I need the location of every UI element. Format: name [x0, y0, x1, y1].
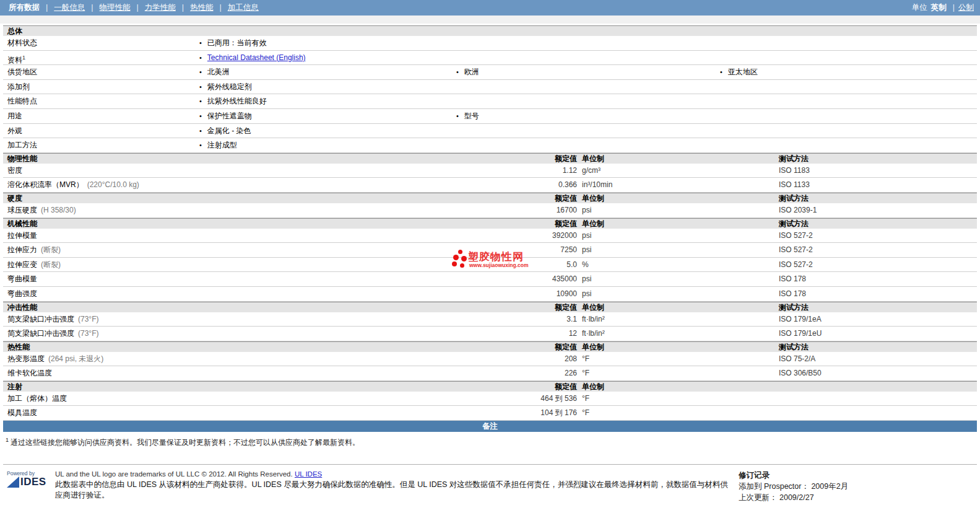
property-test-method: ISO 1133 [779, 178, 810, 192]
footer-trademark-line: UL and the UL logo are trademarks of UL … [55, 470, 729, 478]
property-condition: (断裂) [41, 260, 61, 269]
bullet-value: •Technical Datasheet (English) [199, 51, 306, 65]
col-header-value: 额定值 [436, 382, 577, 392]
property-condition: (264 psi, 未退火) [48, 354, 103, 363]
bullet-text: 注射成型 [207, 141, 237, 149]
col-header-value: 额定值 [436, 219, 577, 229]
section-header: 硬度额定值单位制测试方法 [3, 193, 977, 203]
bullet-value: •保护性遮盖物 [199, 109, 252, 123]
nav-item-3[interactable]: 力学性能 [145, 3, 176, 12]
footnote: 1通过这些链接您能够访问供应商资料。我们尽量保证及时更新资料；不过您可以从供应商… [3, 432, 977, 448]
bullet-value: •紫外线稳定剂 [199, 80, 252, 94]
nav-separator: | [953, 3, 955, 12]
col-header-value: 额定值 [436, 154, 577, 164]
nav-item-1[interactable]: 一般信息 [54, 3, 85, 12]
bullet-icon: • [199, 141, 202, 149]
footer: Powered by IDES UL and the UL logo are t… [3, 464, 977, 514]
section-header: 热性能额定值单位制测试方法 [3, 341, 977, 352]
property-value: 1.12 [436, 164, 577, 178]
row-label: 外观 [3, 126, 22, 135]
property-row: 模具温度104 到 176°F [3, 406, 977, 421]
nav-shadow-strip [0, 15, 980, 24]
ides-logo: Powered by IDES [7, 470, 46, 488]
property-unit: psi [582, 229, 591, 243]
property-label: 加工（熔体）温度 [3, 394, 67, 403]
section-title: 热性能 [3, 343, 30, 351]
col-header-method: 测试方法 [779, 302, 809, 312]
col-header-method: 测试方法 [779, 342, 809, 352]
property-unit: psi [582, 203, 591, 217]
nav-separator: | [220, 3, 222, 12]
property-value: 7250 [436, 243, 577, 257]
property-value: 16700 [436, 203, 577, 217]
footnote-text: 通过这些链接您能够访问供应商资料。我们尽量保证及时更新资料；不过您可以从供应商处… [11, 438, 360, 447]
property-row: 简支梁缺口冲击强度(73°F)3.1ft·lb/in²ISO 179/1eA [3, 312, 977, 327]
property-row: 拉伸应力(断裂)7250psiISO 527-2 [3, 243, 977, 258]
property-condition: (H 358/30) [41, 206, 76, 214]
row-label: 性能特点 [3, 97, 37, 105]
property-value: 392000 [436, 229, 577, 243]
nav-item-2[interactable]: 物理性能 [100, 3, 131, 12]
property-label: 维卡软化温度 [3, 369, 52, 377]
property-row: 简支梁缺口冲击强度(73°F)12ft·lb/in²ISO 179/1eU [3, 327, 977, 341]
property-unit: % [582, 258, 589, 272]
property-test-method: ISO 179/1eU [779, 327, 822, 341]
general-row: 性能特点•抗紫外线性能良好 [3, 94, 977, 109]
nav-item-5[interactable]: 加工信息 [228, 3, 259, 12]
property-value: 226 [436, 366, 577, 380]
property-value: 464 到 536 [436, 392, 577, 406]
property-test-method: ISO 1183 [779, 164, 810, 178]
col-header-method: 测试方法 [779, 193, 809, 203]
bullet-value: •北美洲 [199, 65, 230, 79]
property-row: 加工（熔体）温度464 到 536°F [3, 392, 977, 406]
bullet-text: 抗紫外线性能良好 [207, 97, 267, 105]
property-unit: °F [582, 366, 589, 380]
ul-ides-link[interactable]: UL IDES [295, 470, 322, 478]
unit-imperial-active: 英制 [931, 3, 947, 12]
section-title: 硬度 [3, 194, 22, 203]
bullet-text: 型号 [464, 112, 479, 120]
bullet-text: 亚太地区 [728, 68, 758, 76]
nav-separator: | [137, 3, 139, 12]
property-value: 0.366 [436, 178, 577, 192]
general-row: 加工方法•注射成型 [3, 138, 977, 153]
property-label: 拉伸应变 [3, 260, 37, 269]
bullet-text: 欧洲 [464, 68, 479, 76]
property-label: 模具温度 [3, 408, 37, 417]
section-header: 总体 [3, 25, 977, 36]
unit-metric-link[interactable]: 公制 [958, 3, 974, 12]
nav-links: 所有数据|一般信息|物理性能|力学性能|热性能|加工信息 [6, 0, 261, 15]
property-label: 弯曲强度 [3, 289, 37, 298]
bullet-text: 北美洲 [207, 68, 230, 76]
property-row: 热变形温度(264 psi, 未退火)208°FISO 75-2/A [3, 352, 977, 367]
bullet-text: 保护性遮盖物 [207, 112, 252, 120]
bullet-icon: • [456, 112, 459, 120]
bullet-value: •型号 [456, 109, 479, 123]
property-label: 简支梁缺口冲击强度 [3, 315, 74, 323]
col-header-value: 额定值 [436, 342, 577, 352]
property-table: 总体材料状态•已商用：当前有效资料1•Technical Datasheet (… [3, 25, 977, 421]
property-unit: in³/10min [582, 178, 612, 192]
revision-added-value: 2009年2月 [811, 482, 848, 491]
bullet-text: 金属化 - 染色 [207, 126, 251, 135]
property-label: 球压硬度 [3, 206, 37, 214]
datasheet-link[interactable]: Technical Datasheet (English) [207, 53, 306, 62]
section-title: 机械性能 [3, 219, 37, 228]
property-unit: psi [582, 243, 591, 257]
property-value: 208 [436, 352, 577, 366]
section-header: 机械性能额定值单位制测试方法 [3, 218, 977, 229]
bullet-icon: • [199, 112, 202, 120]
general-row: 材料状态•已商用：当前有效 [3, 36, 977, 51]
col-header-unit: 单位制 [582, 154, 604, 164]
property-test-method: ISO 306/B50 [779, 366, 822, 380]
section-title: 冲击性能 [3, 303, 37, 312]
property-condition: (73°F) [78, 315, 98, 323]
revision-added-label: 添加到 Prospector： [739, 482, 809, 491]
property-test-method: ISO 178 [779, 287, 806, 301]
nav-item-4[interactable]: 热性能 [190, 3, 214, 12]
general-row: 添加剂•紫外线稳定剂 [3, 80, 977, 95]
footer-trademark-text: UL and the UL logo are trademarks of UL … [55, 470, 293, 478]
col-header-value: 额定值 [436, 193, 577, 203]
property-condition: (断裂) [41, 245, 61, 254]
property-value: 5.0 [436, 258, 577, 272]
